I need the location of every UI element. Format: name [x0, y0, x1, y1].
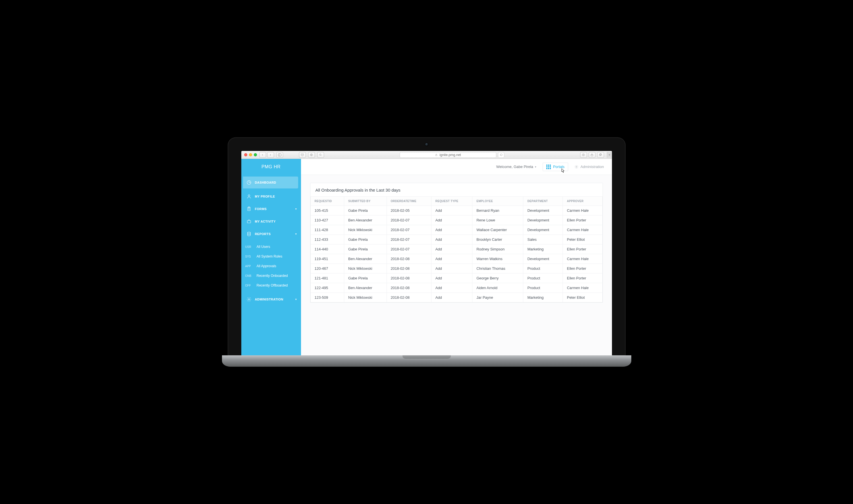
sidebar-item-dashboard[interactable]: DASHBOARD [243, 177, 298, 188]
portals-button[interactable]: Portals [543, 163, 568, 171]
shield-button[interactable] [308, 152, 315, 158]
table-cell: Nick Miklowski [344, 293, 386, 303]
tabs-button[interactable] [597, 152, 604, 158]
table-cell: Warren Watkins [472, 254, 523, 264]
table-cell: 2018-02-07 [386, 235, 431, 245]
share-button[interactable] [589, 152, 596, 158]
table-cell: Development [523, 225, 563, 235]
svg-point-3 [320, 154, 321, 156]
report-sub-off[interactable]: OFFRecently Offboarded [241, 281, 301, 290]
report-sub-sys[interactable]: SYSAll System Roles [241, 252, 301, 261]
table-cell: Development [523, 254, 563, 264]
table-cell: Bernard Ryan [472, 206, 523, 215]
lock-icon [435, 154, 438, 156]
table-cell: Jar Payne [472, 293, 523, 303]
table-cell: 2018-02-07 [386, 245, 431, 254]
report-code: ONB [245, 274, 254, 277]
table-row[interactable]: 120-467Nick Miklowski2018-02-08AddChrist… [310, 264, 602, 273]
sidebar-item-administration[interactable]: ADMINISTRATION ▾ [241, 293, 301, 306]
sidebar-toggle-button[interactable] [276, 152, 283, 158]
table-row[interactable]: 114-440Gabe Pirela2018-02-07AddRodney Si… [310, 245, 602, 254]
forward-button[interactable]: › [267, 152, 274, 158]
grid-icon [546, 165, 551, 169]
user-menu[interactable]: Welcome, Gabe Pirela ▾ [496, 165, 537, 169]
sidebar: PMG HR DASHBOARDMY PROFILEFORMS▾MY ACTIV… [241, 159, 301, 356]
table-cell: Gabe Pirela [344, 206, 386, 215]
sidebar-item-myprofile[interactable]: MY PROFILE [241, 190, 301, 203]
pocket-button[interactable] [299, 152, 306, 158]
column-header[interactable]: REQUESTID [310, 197, 344, 206]
chevron-down-icon: ▾ [295, 233, 297, 235]
table-row[interactable]: 121-481Gabe Pirela2018-02-08AddGeorge Be… [310, 273, 602, 283]
table-row[interactable]: 123-509Nick Miklowski2018-02-08AddJar Pa… [310, 293, 602, 303]
table-cell: Gabe Pirela [344, 245, 386, 254]
svg-rect-8 [599, 154, 601, 156]
table-cell: Marketing [523, 245, 563, 254]
search-button[interactable] [317, 152, 324, 158]
table-cell: Ellen Porter [563, 264, 602, 273]
gear-icon [247, 297, 252, 302]
close-window-button[interactable] [244, 153, 247, 156]
table-cell: Add [431, 264, 472, 273]
table-cell: 2018-02-08 [386, 293, 431, 303]
sidebar-item-myactivity[interactable]: MY ACTIVITY [241, 215, 301, 228]
column-header[interactable]: REQUEST TYPE [431, 197, 472, 206]
svg-rect-9 [600, 154, 601, 155]
reload-button[interactable] [498, 152, 504, 158]
chevron-down-icon: ▾ [295, 208, 297, 210]
stack-icon [247, 231, 252, 236]
table-cell: Carmen Hale [563, 206, 602, 215]
sidebar-icon [278, 153, 282, 157]
table-cell: Ben Alexander [344, 215, 386, 225]
svg-point-11 [248, 195, 250, 196]
new-tab-button[interactable]: + [607, 152, 612, 158]
table-cell: Nick Miklowski [344, 264, 386, 273]
report-label: All System Roles [257, 254, 283, 258]
table-row[interactable]: 111-428Nick Miklowski2018-02-07AddWallac… [310, 225, 602, 235]
column-header[interactable]: SUBMITTED BY [344, 197, 386, 206]
table-cell: Ben Alexander [344, 283, 386, 293]
table-row[interactable]: 122-495Ben Alexander2018-02-08AddAiden A… [310, 283, 602, 293]
sidebar-item-label: MY PROFILE [255, 195, 275, 198]
sidebar-item-forms[interactable]: FORMS▾ [241, 203, 301, 215]
table-cell: Carmen Hale [563, 283, 602, 293]
minimize-window-button[interactable] [249, 153, 252, 156]
search-icon [319, 153, 322, 156]
window-controls [244, 153, 257, 156]
table-row[interactable]: 119-451Ben Alexander2018-02-08AddWarren … [310, 254, 602, 264]
report-code: USR [245, 245, 254, 249]
download-icon [582, 153, 585, 156]
table-cell: 114-440 [310, 245, 344, 254]
report-sub-usr[interactable]: USRAll Users [241, 242, 301, 252]
sidebar-item-label: MY ACTIVITY [255, 220, 276, 223]
back-button[interactable]: ‹ [259, 152, 266, 158]
column-header[interactable]: DEPARTMENT [523, 197, 563, 206]
svg-rect-0 [278, 154, 281, 156]
report-sub-app[interactable]: APPAll Approvals [241, 261, 301, 271]
column-header[interactable]: ORDERDATETIME [386, 197, 431, 206]
browser-toolbar: ‹ › ignite [241, 151, 612, 159]
table-cell: Ben Alexander [344, 254, 386, 264]
pie-icon [247, 180, 252, 185]
administration-link[interactable]: Administration [575, 165, 604, 169]
zoom-window-button[interactable] [254, 153, 257, 156]
downloads-button[interactable] [580, 152, 587, 158]
table-cell: Wallace Carpenter [472, 225, 523, 235]
sidebar-item-reports[interactable]: REPORTS▾ [241, 228, 301, 240]
column-header[interactable]: EMPLOYEE [472, 197, 523, 206]
screen: ‹ › ignite [241, 151, 612, 356]
table-row[interactable]: 112-433Gabe Pirela2018-02-07AddBrooklyn … [310, 235, 602, 245]
report-sub-onb[interactable]: ONBRecently Onboarded [241, 271, 301, 281]
table-cell: 2018-02-08 [386, 254, 431, 264]
address-bar[interactable]: ignite.pmg.net [400, 152, 496, 158]
table-cell: Nick Miklowski [344, 225, 386, 235]
column-header[interactable]: APPROVER [563, 197, 602, 206]
table-cell: Product [523, 264, 563, 273]
table-row[interactable]: 105-415Gabe Pirela2018-02-05AddBernard R… [310, 206, 602, 215]
table-row[interactable]: 110-427Ben Alexander2018-02-07AddRene Lo… [310, 215, 602, 225]
chevron-down-icon: ▾ [535, 165, 537, 168]
reload-icon [500, 153, 503, 156]
table-cell: Rene Lowe [472, 215, 523, 225]
report-code: APP [245, 265, 254, 268]
table-cell: Add [431, 273, 472, 283]
